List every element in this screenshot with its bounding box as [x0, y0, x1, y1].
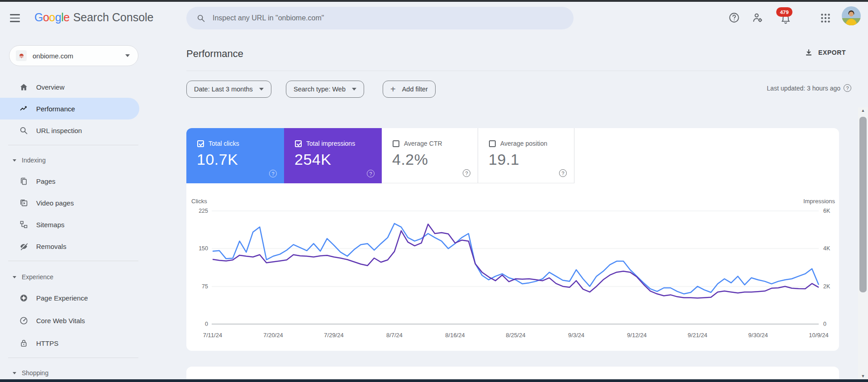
home-icon	[19, 82, 28, 92]
date-filter-chip[interactable]: Date: Last 3 months	[186, 81, 271, 98]
sidebar-item-label: Video pages	[36, 199, 74, 207]
x-tick: 8/16/24	[445, 332, 465, 339]
last-updated-text: Last updated: 3 hours ago	[767, 85, 840, 92]
sidebar-item-label: Pages	[36, 177, 56, 185]
x-tick: 9/21/24	[688, 332, 707, 339]
core-web-vitals-icon	[19, 316, 28, 325]
https-icon	[19, 339, 28, 348]
add-filter-chip[interactable]: + Add filter	[383, 81, 436, 98]
sidebar-item-pages[interactable]: Pages	[0, 170, 139, 192]
checkbox-unchecked-icon[interactable]	[393, 140, 399, 147]
sidebar-section-shopping[interactable]: Shopping	[0, 365, 139, 381]
property-name: onbiome.com	[33, 52, 73, 60]
impressions-line	[213, 224, 819, 298]
sidebar-item-label: Sitemaps	[36, 221, 65, 229]
card-value: 254K	[294, 151, 331, 168]
sidebar-item-overview[interactable]: Overview	[0, 76, 139, 98]
user-settings-icon[interactable]	[752, 12, 764, 24]
x-tick: 7/29/24	[324, 332, 343, 339]
help-circle-icon[interactable]: ?	[559, 169, 567, 177]
sitemaps-icon	[19, 220, 28, 229]
total-impressions-card[interactable]: Total impressions 254K ?	[284, 128, 382, 183]
help-circle-icon[interactable]: ?	[367, 170, 375, 177]
total-clicks-card[interactable]: Total clicks 10.7K ?	[186, 128, 284, 183]
scrollbar-up-arrow-icon[interactable]: ▲	[858, 108, 868, 113]
vertical-scrollbar[interactable]: ▲ ▼	[858, 107, 868, 382]
sidebar-item-label: Page Experience	[36, 294, 88, 302]
chevron-down-icon	[13, 372, 16, 374]
left-axis-title: Clicks	[191, 198, 207, 205]
url-inspection-icon	[19, 126, 28, 135]
logo-letter: e	[63, 11, 69, 24]
property-selector[interactable]: onbiome.com	[9, 45, 138, 66]
section-label: Shopping	[22, 369, 48, 377]
avatar[interactable]	[842, 6, 861, 25]
sidebar-section-indexing[interactable]: Indexing	[0, 152, 139, 168]
x-tick: 9/30/24	[748, 332, 768, 339]
help-circle-icon[interactable]: ?	[269, 170, 277, 177]
chart-series	[213, 224, 819, 298]
scrollbar-thumb[interactable]	[859, 117, 867, 292]
chevron-down-icon	[125, 54, 130, 57]
checkbox-checked-icon[interactable]	[295, 140, 302, 147]
help-circle-icon[interactable]: ?	[844, 84, 851, 92]
pages-icon	[19, 177, 28, 186]
card-label: Average position	[500, 140, 547, 147]
logo-letter: o	[43, 11, 49, 24]
search-type-filter-chip[interactable]: Search type: Web	[286, 81, 364, 98]
url-inspect-input[interactable]	[213, 14, 538, 22]
help-icon[interactable]	[728, 12, 740, 24]
right-tick: 6K	[823, 208, 830, 214]
export-button[interactable]: EXPORT	[804, 48, 846, 57]
google-search-console-logo: Google Search Console	[34, 11, 154, 24]
chevron-down-icon	[259, 88, 264, 91]
help-circle-icon[interactable]: ?	[463, 169, 470, 177]
sidebar-divider	[8, 261, 138, 261]
sidebar-item-label: Removals	[36, 243, 66, 250]
left-tick: 75	[202, 283, 208, 290]
x-tick: 9/3/24	[568, 332, 584, 339]
checkbox-unchecked-icon[interactable]	[489, 140, 496, 147]
left-tick: 150	[199, 245, 208, 252]
section-label: Experience	[22, 273, 53, 281]
sidebar-item-https[interactable]: HTTPS	[0, 332, 139, 354]
sidebar-item-label: Core Web Vitals	[36, 317, 85, 325]
sidebar-item-url-inspection[interactable]: URL inspection	[0, 119, 139, 141]
chevron-down-icon	[13, 159, 16, 162]
sidebar-item-label: URL inspection	[36, 127, 82, 134]
sidebar-item-video-pages[interactable]: Video pages	[0, 192, 139, 214]
google-apps-grid-icon[interactable]	[820, 12, 831, 24]
card-label: Total impressions	[306, 140, 355, 147]
sidebar-item-sitemaps[interactable]: Sitemaps	[0, 214, 139, 235]
x-tick: 7/20/24	[263, 332, 283, 339]
checkbox-checked-icon[interactable]	[197, 140, 204, 147]
sidebar-item-performance[interactable]: Performance	[0, 98, 139, 119]
left-tick: 225	[199, 208, 208, 214]
notifications-badge[interactable]: 479	[776, 7, 792, 17]
x-tick: 7/11/24	[203, 332, 222, 339]
average-position-card[interactable]: Average position 19.1 ?	[478, 128, 574, 183]
video-pages-icon	[19, 198, 28, 208]
page-title: Performance	[186, 48, 243, 60]
sidebar-divider	[8, 145, 138, 145]
sidebar-item-removals[interactable]: Removals	[0, 235, 139, 257]
search-icon	[196, 14, 205, 23]
plus-icon: +	[390, 85, 396, 94]
logo-suffix: Search Console	[73, 11, 154, 24]
card-value: 10.7K	[197, 151, 238, 168]
sidebar-item-core-web-vitals[interactable]: Core Web Vitals	[0, 310, 139, 331]
hamburger-menu-icon[interactable]	[10, 12, 22, 24]
url-inspect-search-bar[interactable]	[186, 7, 574, 29]
chip-label: Search type: Web	[294, 86, 346, 93]
window-top-edge	[0, 0, 868, 2]
scrollbar-down-arrow-icon[interactable]: ▼	[858, 374, 868, 378]
window-bottom-edge	[0, 379, 868, 382]
sidebar-section-experience[interactable]: Experience	[0, 269, 139, 285]
right-tick: 4K	[823, 245, 830, 252]
x-tick: 8/25/24	[506, 332, 525, 339]
card-value: 4.2%	[392, 151, 428, 168]
sidebar-item-page-experience[interactable]: Page Experience	[0, 287, 139, 309]
x-tick: 10/9/24	[809, 332, 828, 339]
x-tick: 9/12/24	[627, 332, 646, 339]
average-ctr-card[interactable]: Average CTR 4.2% ?	[382, 128, 478, 183]
